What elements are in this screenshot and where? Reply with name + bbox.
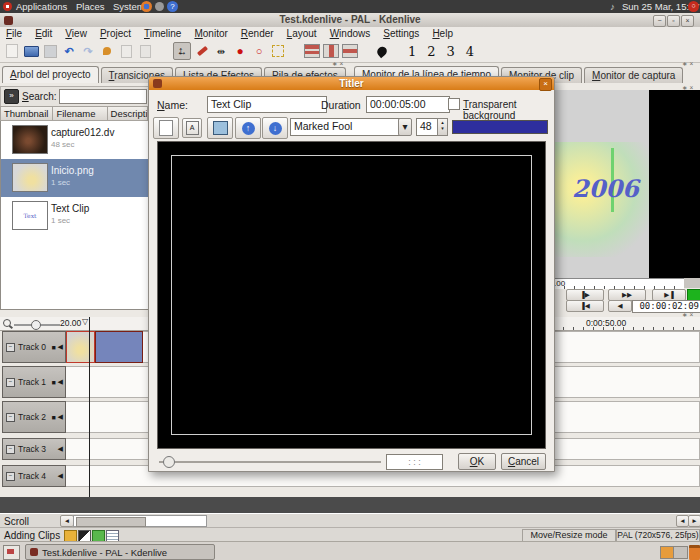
audio-track-icon[interactable]: ◀ (58, 343, 63, 351)
play-backward-button[interactable]: ◀ (608, 300, 632, 312)
dialog-slider-track[interactable] (159, 461, 381, 463)
scrollbar-right-right-arrow[interactable]: ► (688, 515, 700, 527)
show-desktop-button[interactable] (3, 545, 20, 560)
track-header-2[interactable]: − Track 2 ■ ◀ (2, 401, 66, 433)
distro-logo-icon[interactable] (3, 2, 12, 11)
menu-view[interactable]: View (65, 28, 87, 39)
menu-places[interactable]: Places (76, 0, 105, 13)
timeline-clip-blue[interactable] (95, 331, 143, 363)
workspace-2-button[interactable]: 2 (427, 44, 435, 59)
track-header-0[interactable]: − Track 0 ■ ◀ (2, 331, 66, 363)
new-text-tool-button[interactable] (153, 117, 179, 139)
track-header-3[interactable]: − Track 3 ◀ (2, 438, 66, 460)
trash-icon[interactable] (689, 545, 700, 560)
menu-windows[interactable]: Windows (330, 28, 371, 39)
audio-track-icon[interactable]: ◀ (58, 378, 63, 386)
new-document-icon[interactable] (4, 43, 20, 59)
video-track-icon[interactable]: ■ (51, 414, 55, 421)
text-color-swatch[interactable] (452, 120, 548, 134)
workspace-1-button[interactable]: 1 (408, 44, 416, 59)
tab-arbol-del-proyecto[interactable]: Arbol del proyecto (2, 66, 99, 83)
layout-view1-icon[interactable] (304, 43, 320, 59)
dialog-titlebar[interactable]: Titler × (149, 77, 554, 90)
maximize-button[interactable]: ▫ (667, 15, 680, 27)
move-tool-icon[interactable]: ↔↕ (173, 42, 191, 60)
collapse-track-icon[interactable]: − (6, 445, 15, 454)
horn-marker-icon[interactable] (374, 43, 390, 59)
ok-button[interactable]: OK (458, 453, 496, 470)
go-to-start-button[interactable]: ▐◀ (566, 300, 604, 312)
close-button[interactable]: × (681, 15, 694, 27)
stop-icon[interactable]: ○ (251, 43, 267, 59)
help-icon[interactable]: ? (167, 1, 178, 12)
font-combo-arrow-icon[interactable]: ▾ (398, 118, 412, 136)
razor-tool-icon[interactable] (194, 43, 210, 59)
redo-icon[interactable]: ↷ (80, 43, 96, 59)
list-item[interactable]: Inicio.png 1 sec (1, 159, 148, 197)
taskbar-task-button[interactable]: Test.kdenlive - PAL - Kdenlive (25, 544, 215, 560)
spacer-tool-icon[interactable]: ⇹ (213, 43, 229, 59)
tab-monitor-de-captura[interactable]: Monitor de captura (584, 67, 683, 83)
window-titlebar[interactable]: Test.kdenlive - PAL - Kdenlive − ▫ × (0, 13, 700, 28)
video-track-icon[interactable]: ■ (51, 379, 55, 386)
firefox-icon[interactable] (141, 1, 152, 12)
search-input[interactable] (59, 89, 147, 104)
column-description[interactable]: Description (108, 106, 148, 121)
menu-system[interactable]: System (113, 0, 145, 13)
font-combo[interactable]: Marked Fool (290, 118, 404, 136)
paste-icon[interactable] (137, 43, 153, 59)
text-item-tool-button[interactable]: A (182, 118, 202, 138)
selection-zone-icon[interactable] (270, 43, 286, 59)
menu-timeline[interactable]: Timeline (144, 28, 181, 39)
menu-edit[interactable]: Edit (35, 28, 52, 39)
record-icon[interactable]: ● (232, 43, 248, 59)
menu-layout[interactable]: Layout (287, 28, 317, 39)
menu-applications[interactable]: Applications (16, 0, 67, 13)
rectangle-tool-button[interactable] (207, 117, 233, 139)
timeline-hscrollbar[interactable] (73, 515, 207, 527)
scrollbar-thumb[interactable] (76, 517, 146, 527)
duration-input[interactable]: 00:00:05:00 (366, 96, 450, 113)
dialog-timecode-field[interactable]: : : : (386, 454, 443, 470)
audio-track-icon[interactable]: ◀ (58, 472, 63, 480)
open-project-icon[interactable] (23, 43, 39, 59)
name-input[interactable]: Text Clip (207, 96, 327, 113)
track-header-1[interactable]: − Track 1 ■ ◀ (2, 366, 66, 398)
volume-icon[interactable]: ♪ (610, 0, 615, 13)
column-filename[interactable]: Filename (53, 106, 107, 121)
cancel-button[interactable]: Cancel (501, 453, 546, 470)
update-icon[interactable] (155, 2, 164, 11)
audio-track-icon[interactable]: ◀ (58, 445, 63, 453)
layout-view3-icon[interactable] (342, 43, 358, 59)
menu-project[interactable]: Project (100, 28, 131, 39)
collapse-track-icon[interactable]: − (6, 472, 15, 481)
save-icon[interactable] (42, 43, 58, 59)
menu-render[interactable]: Render (241, 28, 274, 39)
raise-object-button[interactable]: ↑ (235, 117, 261, 139)
timeline-playhead-line[interactable] (89, 317, 90, 497)
workspace-3-button[interactable]: 3 (447, 44, 455, 59)
transparent-checkbox[interactable] (448, 98, 460, 110)
power-icon[interactable]: ○ (688, 1, 699, 12)
paste-special-icon[interactable] (99, 43, 115, 59)
list-item[interactable]: Text Text Clip 1 sec (1, 197, 148, 235)
dialog-slider-handle[interactable] (163, 456, 175, 468)
collapse-track-icon[interactable]: − (6, 343, 15, 352)
menu-file[interactable]: File (6, 28, 22, 39)
layout-view2-icon[interactable] (323, 43, 339, 59)
search-options-icon[interactable]: » (4, 89, 19, 104)
lower-object-button[interactable]: ↓ (262, 117, 288, 139)
menu-monitor[interactable]: Monitor (194, 28, 227, 39)
copy-icon[interactable] (118, 43, 134, 59)
timeline-zoom-handle[interactable] (31, 320, 41, 330)
workspace-4-button[interactable]: 4 (466, 44, 474, 59)
scrollbar-left-arrow[interactable]: ◄ (60, 515, 74, 527)
menu-help[interactable]: Help (432, 28, 453, 39)
undo-icon[interactable]: ↶ (61, 43, 77, 59)
menu-settings[interactable]: Settings (383, 28, 419, 39)
collapse-track-icon[interactable]: − (6, 378, 15, 387)
playhead-marker-icon[interactable]: ▽ (82, 317, 88, 326)
list-item[interactable]: capture012.dv 48 sec (1, 121, 148, 159)
spinner-arrows-icon[interactable]: ▴▾ (437, 118, 448, 136)
title-canvas[interactable] (157, 141, 546, 449)
